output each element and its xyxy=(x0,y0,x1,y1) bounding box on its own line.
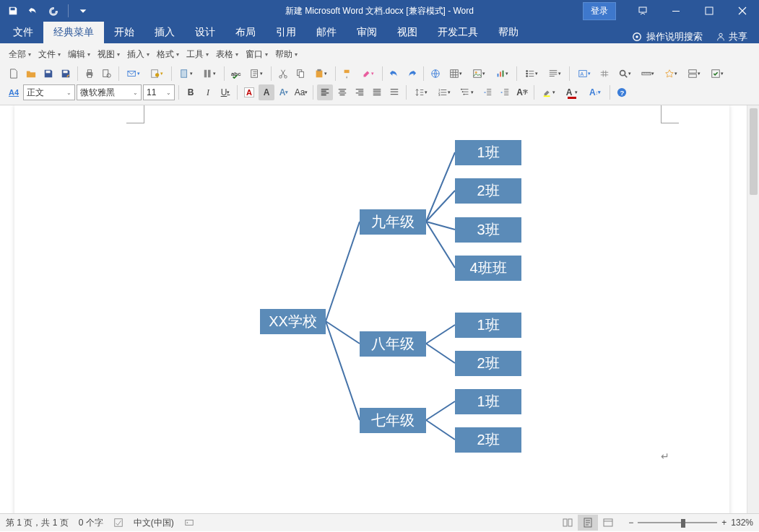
research-button[interactable]: ▾ xyxy=(246,66,267,82)
ruler-button[interactable]: ▾ xyxy=(637,66,659,82)
node-g9-c1[interactable]: 1班 xyxy=(455,140,521,165)
menu-table[interactable]: 表格▾ xyxy=(213,47,241,62)
ribbon-options-button[interactable] xyxy=(626,0,659,22)
node-g7-c2[interactable]: 2班 xyxy=(455,427,521,453)
char-shading-button[interactable]: A xyxy=(259,84,274,100)
align-center-button[interactable] xyxy=(334,84,350,100)
language-indicator[interactable]: 中文(中国) xyxy=(134,517,174,529)
font-size-dropdown[interactable]: 11⌄ xyxy=(143,84,175,100)
node-grade-9[interactable]: 九年级 xyxy=(360,209,426,235)
tab-design[interactable]: 设计 xyxy=(185,22,225,43)
italic-button[interactable]: I xyxy=(200,84,216,100)
multilevel-button[interactable]: ▾ xyxy=(456,84,478,100)
open-button[interactable] xyxy=(23,66,39,82)
page-indicator[interactable]: 第 1 页，共 1 页 xyxy=(6,517,69,529)
symbols-button[interactable] xyxy=(597,66,612,82)
numbering-button[interactable]: 123▾ xyxy=(433,84,455,100)
menu-insert[interactable]: 插入▾ xyxy=(124,47,152,62)
redo-button[interactable] xyxy=(45,2,62,19)
node-g9-c2[interactable]: 2班 xyxy=(455,178,521,204)
tell-me-search[interactable]: 操作说明搜索 xyxy=(632,30,703,43)
increase-indent-button[interactable] xyxy=(497,84,513,100)
node-root[interactable]: XX学校 xyxy=(260,309,326,334)
highlight-button[interactable]: ▾ xyxy=(538,84,560,100)
save-button-tb[interactable] xyxy=(40,66,56,82)
format-painter-button[interactable] xyxy=(339,66,355,82)
tab-classic-menu[interactable]: 经典菜单 xyxy=(43,22,104,43)
align-left-button[interactable] xyxy=(317,84,333,100)
vertical-scrollbar[interactable] xyxy=(747,105,759,513)
menu-window[interactable]: 窗口▾ xyxy=(243,47,271,62)
save-button[interactable] xyxy=(4,2,22,19)
font-dropdown[interactable]: 微软雅黑⌄ xyxy=(77,84,142,100)
line-spacing-button[interactable]: ▾ xyxy=(410,84,432,100)
spellcheck-button[interactable]: abc xyxy=(228,66,244,82)
paste-button[interactable]: ▾ xyxy=(310,66,331,82)
pagesetup-button[interactable]: ▾ xyxy=(175,66,197,82)
document-viewport[interactable]: XX学校 九年级 八年级 七年级 1班 2班 3班 4班班 1班 2班 1班 2… xyxy=(0,105,747,513)
text-effects-button[interactable]: A ▾ xyxy=(276,84,292,100)
tab-home[interactable]: 开始 xyxy=(104,22,144,43)
print-layout-button[interactable] xyxy=(578,515,598,531)
menu-file[interactable]: 文件▾ xyxy=(35,47,64,62)
phonetic-guide-button[interactable]: A字 xyxy=(514,84,530,100)
scroll-thumb[interactable] xyxy=(750,108,758,195)
bold-button[interactable]: B xyxy=(183,84,199,100)
table-button[interactable]: ▾ xyxy=(445,66,467,82)
save-as-button[interactable] xyxy=(58,66,74,82)
zoom-handle[interactable] xyxy=(681,519,685,528)
hyperlink-button[interactable] xyxy=(428,66,443,82)
tab-review[interactable]: 审阅 xyxy=(347,22,387,43)
char-border-button[interactable]: A xyxy=(241,84,257,100)
window-split-button[interactable]: ▾ xyxy=(683,66,705,82)
close-button[interactable] xyxy=(726,0,759,22)
node-g8-c1[interactable]: 1班 xyxy=(455,313,521,338)
align-justify-button[interactable] xyxy=(369,84,385,100)
tab-view[interactable]: 视图 xyxy=(387,22,428,43)
macros-button[interactable]: ▾ xyxy=(706,66,728,82)
proofing-icon[interactable] xyxy=(113,518,123,528)
zoom-track[interactable] xyxy=(638,522,717,523)
menu-edit[interactable]: 编辑▾ xyxy=(65,47,93,62)
zoom-slider[interactable]: − + 132% xyxy=(628,518,753,528)
menu-format[interactable]: 格式▾ xyxy=(154,47,182,62)
align-distribute-button[interactable] xyxy=(386,84,402,100)
page[interactable]: XX学校 九年级 八年级 七年级 1班 2班 3班 4班班 1班 2班 1班 2… xyxy=(14,105,729,513)
zoom-level[interactable]: 132% xyxy=(731,518,753,528)
decrease-indent-button[interactable] xyxy=(480,84,495,100)
undo-button[interactable] xyxy=(25,2,42,19)
undo-button-tb[interactable] xyxy=(386,66,402,82)
node-g7-c1[interactable]: 1班 xyxy=(455,389,521,414)
tab-help[interactable]: 帮助 xyxy=(488,22,529,43)
tab-references[interactable]: 引用 xyxy=(266,22,306,43)
maximize-button[interactable] xyxy=(693,0,726,22)
align-right-button[interactable] xyxy=(352,84,368,100)
tab-insert[interactable]: 插入 xyxy=(144,22,185,43)
print-button[interactable] xyxy=(82,66,97,82)
print-preview-button[interactable] xyxy=(99,66,115,82)
menu-all[interactable]: 全部▾ xyxy=(6,47,34,62)
node-grade-7[interactable]: 七年级 xyxy=(360,408,426,433)
bullets-button[interactable]: ▾ xyxy=(521,66,542,82)
picture-button[interactable]: ▾ xyxy=(468,66,490,82)
styles-pane-button[interactable]: A4 xyxy=(6,84,22,100)
node-g8-c2[interactable]: 2班 xyxy=(455,351,521,376)
style-dropdown[interactable]: 正文⌄ xyxy=(23,84,75,100)
minimize-button[interactable] xyxy=(659,0,693,22)
copy-button[interactable] xyxy=(292,66,308,82)
zoom-button[interactable]: ▾ xyxy=(660,66,682,82)
menu-tools[interactable]: 工具▾ xyxy=(183,47,212,62)
read-mode-button[interactable] xyxy=(558,515,578,531)
font-color-button[interactable]: A▾ xyxy=(561,84,583,100)
clear-format-button[interactable]: ▾ xyxy=(357,66,378,82)
asian-layout-button[interactable]: A↕▾ xyxy=(584,84,606,100)
columns-button[interactable]: ▾ xyxy=(199,66,220,82)
help-button[interactable]: ? xyxy=(614,84,630,100)
node-grade-8[interactable]: 八年级 xyxy=(360,331,426,357)
word-count[interactable]: 0 个字 xyxy=(79,517,103,529)
macro-rec-icon[interactable] xyxy=(184,518,194,528)
change-case-button[interactable]: Aa ▾ xyxy=(293,84,309,100)
para-button[interactable]: ▾ xyxy=(544,66,565,82)
permissions-button[interactable]: ▾ xyxy=(146,66,168,82)
login-button[interactable]: 登录 xyxy=(583,2,616,20)
